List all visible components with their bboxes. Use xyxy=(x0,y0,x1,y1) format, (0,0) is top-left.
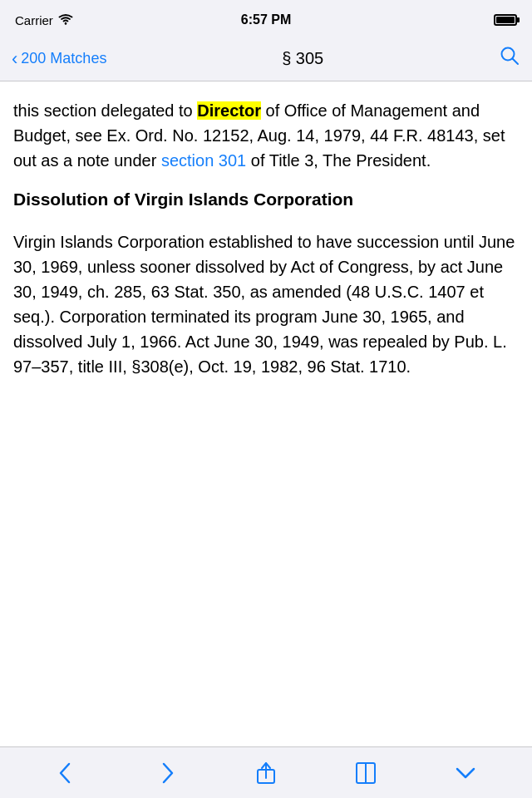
paragraph-1-before: this section delegated to xyxy=(13,101,197,120)
nav-title: § 305 xyxy=(106,49,499,68)
navigation-bar: ‹ 200 Matches § 305 xyxy=(0,37,532,81)
search-button[interactable] xyxy=(499,45,520,72)
back-button[interactable]: ‹ 200 Matches xyxy=(12,50,106,68)
next-icon xyxy=(157,761,175,786)
prev-button[interactable] xyxy=(46,755,87,791)
next-button[interactable] xyxy=(145,755,187,791)
paragraph-2: Virgin Islands Corporation established t… xyxy=(13,229,519,379)
back-label: 200 Matches xyxy=(21,50,106,67)
bookmark-button[interactable] xyxy=(345,755,387,791)
paragraph-1-end: of Title 3, The President. xyxy=(246,151,431,170)
carrier-text: Carrier xyxy=(15,13,73,27)
more-button[interactable] xyxy=(445,755,486,791)
share-button[interactable] xyxy=(245,755,287,791)
paragraph-1: this section delegated to Director of Of… xyxy=(13,98,519,173)
wifi-icon xyxy=(58,14,73,26)
prev-icon xyxy=(57,761,76,786)
section-heading: Dissolution of Virgin Islands Corporatio… xyxy=(13,186,519,213)
book-icon xyxy=(353,761,378,785)
bottom-toolbar xyxy=(0,746,532,798)
back-chevron-icon: ‹ xyxy=(12,50,17,68)
content-area: this section delegated to Director of Of… xyxy=(0,81,532,746)
status-time: 6:57 PM xyxy=(241,12,291,27)
svg-point-0 xyxy=(65,22,66,24)
chevron-down-icon xyxy=(455,765,476,781)
section-301-link[interactable]: section 301 xyxy=(161,151,246,170)
share-icon xyxy=(254,760,278,786)
svg-line-2 xyxy=(513,59,519,65)
search-icon xyxy=(499,45,520,66)
status-bar: Carrier 6:57 PM xyxy=(0,0,532,37)
highlighted-word: Director xyxy=(197,101,261,120)
battery-icon xyxy=(494,14,517,26)
